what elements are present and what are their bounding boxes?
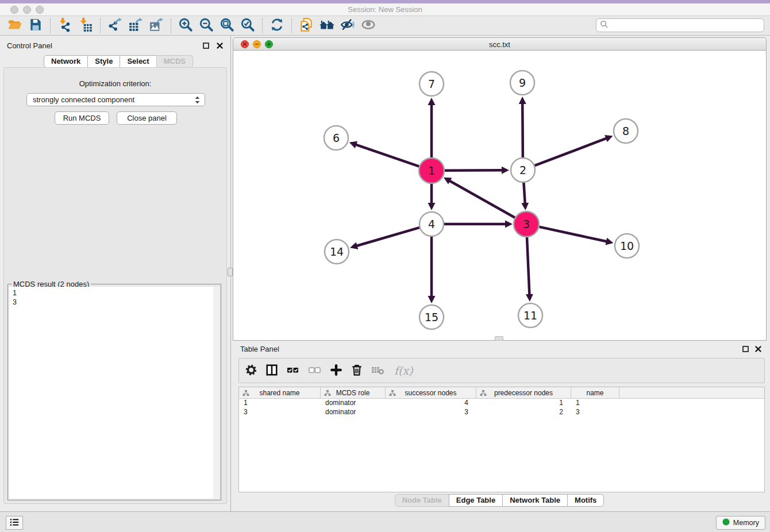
cell-successor-nodes: 3 [386,408,476,417]
column-label: name [586,389,603,397]
refresh-icon [270,17,284,34]
save-button[interactable] [25,17,46,34]
zoom-traffic-light[interactable] [36,6,44,14]
network-window-titlebar[interactable]: scc.txt [233,37,767,51]
zoom-selected-icon [240,17,255,34]
export-table-button[interactable] [125,17,146,34]
tab-network-table[interactable]: Network Table [502,494,568,507]
optimization-criterion-select[interactable]: strongly connected component [26,93,205,106]
close-panel-icon[interactable] [215,41,224,49]
tab-mcds[interactable]: MCDS [156,55,193,68]
graph-node-label: 9 [519,76,526,89]
close-panel-button[interactable]: Close panel [117,111,177,125]
float-panel-icon[interactable] [202,41,210,49]
cell-predecessor-nodes: 1 [476,399,571,408]
open-folder-button[interactable] [5,17,25,34]
tab-select[interactable]: Select [120,55,156,68]
column-header-predecessor-nodes[interactable]: predecessor nodes [476,387,571,398]
close-panel-icon[interactable] [754,345,762,353]
delete-table-icon[interactable] [371,364,385,377]
edge-arrowhead [502,167,509,174]
task-history-button[interactable] [6,516,23,530]
search-input-wrap [596,18,764,32]
column-header-mcds-role[interactable]: MCDS role [321,387,386,398]
select-all-icon[interactable] [286,364,300,377]
graph-node-label: 3 [523,218,530,230]
tab-node-table[interactable]: Node Table [395,494,449,507]
edge-3-1[interactable] [449,180,515,218]
zoom-out-button[interactable] [196,17,217,34]
export-network-icon [107,17,122,34]
cell-name: 3 [571,408,619,417]
cell-predecessor-nodes: 2 [476,408,571,417]
home-button[interactable] [317,17,337,34]
column-label: successor nodes [405,389,456,397]
memory-button[interactable]: Memory [716,516,765,530]
selected-option: strongly connected component [33,95,134,104]
edge-2-8[interactable] [535,138,607,165]
zoom-selected-button[interactable] [237,17,258,34]
float-panel-icon[interactable] [741,345,749,353]
zoom-fit-button[interactable] [217,17,237,34]
edge-2-9[interactable] [522,103,523,157]
vertical-splitter-grip[interactable] [228,268,233,276]
edge-1-6[interactable] [355,144,419,166]
column-label: predecessor nodes [494,389,553,397]
control-panel-tabs: Network Style Select MCDS [44,55,193,68]
deselect-all-icon[interactable] [308,364,322,377]
zoom-in-button[interactable] [175,17,196,34]
mcds-result-group: MCDS result (2 nodes) 1 3 [7,284,221,500]
toolbar-separator [100,18,101,33]
graph-node-label: 6 [333,132,340,144]
graph-node-label: 4 [428,218,435,230]
table-row[interactable]: 3 dominator 3 2 3 [239,408,764,417]
close-traffic-light[interactable] [10,6,18,14]
import-network-button[interactable] [55,17,75,34]
tab-network[interactable]: Network [44,55,88,68]
function-icon[interactable]: f(x) [394,364,413,377]
hierarchy-icon [480,390,487,398]
hide-eye-button[interactable] [337,17,358,34]
run-mcds-button[interactable]: Run MCDS [55,111,109,125]
table-row[interactable]: 1 dominator 4 1 1 [239,399,764,408]
close-traffic-light[interactable] [241,40,249,48]
column-header-name[interactable]: name [571,387,619,398]
table-panel-tabs: Node Table Edge Table Network Table Moti… [233,494,767,507]
graph-node-label: 11 [523,309,537,322]
export-image-button[interactable] [146,17,167,34]
column-header-shared-name[interactable]: shared name [239,387,321,398]
cell-successor-nodes: 4 [386,399,476,408]
tab-style[interactable]: Style [87,55,120,68]
eye-button[interactable] [358,17,379,34]
toolbar-separator [50,18,51,33]
edge-arrowhead [605,238,613,245]
horizontal-splitter-grip[interactable] [495,336,503,341]
search-input[interactable] [609,20,764,31]
edge-2-3[interactable] [523,183,525,204]
trash-icon[interactable] [351,364,363,378]
mcds-result-scrollbar[interactable] [213,287,220,499]
minimize-traffic-light[interactable] [253,40,261,48]
mcds-result-textarea[interactable]: 1 3 [9,287,213,499]
network-canvas[interactable]: 1234678910111415 [233,51,767,341]
edge-3-10[interactable] [538,227,607,242]
import-table-button[interactable] [75,17,96,34]
graph-node-label: 8 [622,125,629,137]
tab-edge-table[interactable]: Edge Table [449,494,503,507]
export-network-button[interactable] [105,17,125,34]
edge-1-2[interactable] [444,170,503,171]
edge-4-14[interactable] [356,228,419,246]
refresh-button[interactable] [267,17,287,34]
copy-network-document-button[interactable] [296,17,317,34]
add-icon[interactable] [330,364,342,378]
table-panel: Table Panel f(x) shared name MCD [233,342,767,511]
edge-3-11[interactable] [527,237,529,295]
minimize-traffic-light[interactable] [23,6,31,14]
export-table-icon [128,17,143,34]
zoom-traffic-light[interactable] [265,40,273,48]
column-panel-icon[interactable] [265,364,278,378]
save-icon [28,17,43,34]
gear-icon[interactable] [245,364,257,378]
column-header-successor-nodes[interactable]: successor nodes [386,387,476,398]
tab-motifs[interactable]: Motifs [567,494,604,507]
